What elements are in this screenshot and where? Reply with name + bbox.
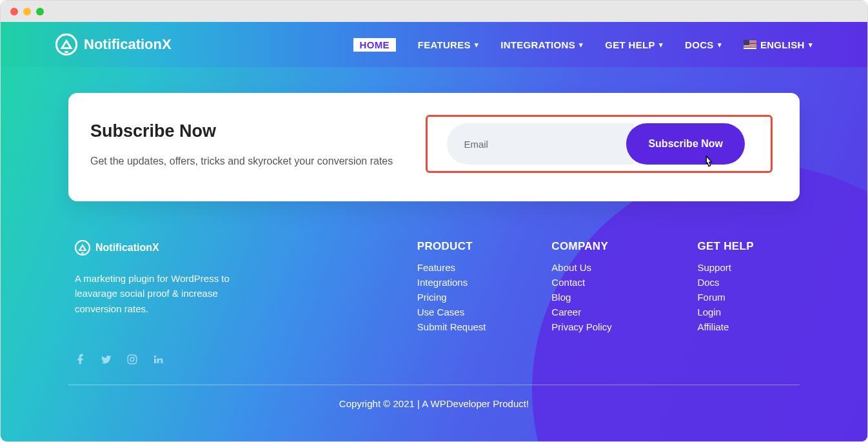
subscribe-button[interactable]: Subscribe Now: [626, 123, 745, 165]
footer: NotificationX A marketing plugin for Wor…: [75, 240, 793, 365]
footer-link[interactable]: Contact: [551, 277, 658, 288]
chevron-down-icon: ▾: [809, 41, 813, 49]
footer-link[interactable]: Privacy Policy: [551, 321, 658, 332]
svg-rect-3: [81, 252, 84, 254]
nav-home[interactable]: HOME: [353, 38, 396, 52]
footer-link[interactable]: Docs: [697, 277, 793, 288]
footer-link[interactable]: Submit Request: [417, 321, 513, 332]
svg-rect-1: [64, 51, 68, 53]
chevron-down-icon: ▾: [718, 41, 722, 49]
nav-integrations[interactable]: INTEGRATIONS ▾: [500, 39, 583, 50]
window-close-icon[interactable]: [10, 8, 18, 15]
subscribe-card: Subscribe Now Get the updates, offers, t…: [68, 93, 800, 201]
svg-point-6: [134, 356, 135, 357]
nav-get-help[interactable]: GET HELP ▾: [605, 39, 663, 50]
footer-link[interactable]: Integrations: [417, 277, 513, 288]
email-input[interactable]: [447, 123, 634, 165]
page-body: Subscribe Now Get the updates, offers, t…: [1, 67, 867, 442]
footer-brand-name: NotificationX: [95, 242, 159, 254]
brand-name: NotificationX: [84, 36, 172, 53]
subscribe-form-highlight: Subscribe Now: [426, 115, 773, 173]
footer-col-help: GET HELP Support Docs Forum Login Affili…: [697, 240, 793, 365]
footer-heading-product: PRODUCT: [417, 240, 513, 253]
subscribe-subtitle: Get the updates, offers, tricks and skyr…: [90, 156, 426, 167]
footer-link[interactable]: Support: [697, 262, 793, 273]
footer-link[interactable]: Use Cases: [417, 306, 513, 317]
brand-logo-icon: [55, 34, 77, 55]
flag-us-icon: [744, 40, 756, 49]
main-nav: HOME FEATURES ▾ INTEGRATIONS ▾ GET HELP …: [353, 38, 813, 52]
social-icons: [75, 354, 255, 365]
svg-point-5: [130, 357, 134, 361]
twitter-icon[interactable]: [101, 354, 112, 365]
footer-heading-company: COMPANY: [551, 240, 658, 253]
facebook-icon[interactable]: [75, 354, 86, 365]
nav-docs[interactable]: DOCS ▾: [685, 39, 722, 50]
brand-logo[interactable]: NotificationX: [55, 34, 172, 55]
footer-divider: [68, 385, 800, 385]
window-minimize-icon[interactable]: [23, 8, 31, 15]
window-titlebar: [1, 1, 867, 22]
header-nav: NotificationX HOME FEATURES ▾ INTEGRATIO…: [1, 22, 867, 67]
footer-brand-desc: A marketing plugin for WordPress to leav…: [75, 271, 255, 316]
footer-col-company: COMPANY About Us Contact Blog Career Pri…: [551, 240, 658, 365]
chevron-down-icon: ▾: [475, 41, 478, 49]
footer-link[interactable]: Career: [551, 306, 658, 317]
footer-link[interactable]: Features: [417, 262, 513, 273]
footer-link[interactable]: Login: [697, 306, 793, 317]
brand-logo-icon: [75, 240, 90, 256]
instagram-icon[interactable]: [126, 354, 138, 365]
footer-heading-help: GET HELP: [697, 240, 793, 253]
chevron-down-icon: ▾: [579, 41, 583, 49]
footer-brand-logo[interactable]: NotificationX: [75, 240, 255, 256]
footer-link[interactable]: Blog: [551, 292, 658, 303]
footer-link[interactable]: Forum: [697, 292, 793, 303]
footer-brand-col: NotificationX A marketing plugin for Wor…: [75, 240, 255, 365]
footer-link[interactable]: Pricing: [417, 292, 513, 303]
linkedin-icon[interactable]: [152, 354, 164, 365]
nav-features[interactable]: FEATURES ▾: [418, 39, 478, 50]
nav-language[interactable]: ENGLISH ▾: [744, 39, 813, 50]
footer-link[interactable]: About Us: [551, 262, 658, 273]
footer-link[interactable]: Affiliate: [697, 321, 793, 332]
footer-col-product: PRODUCT Features Integrations Pricing Us…: [417, 240, 513, 365]
subscribe-title: Subscribe Now: [90, 121, 426, 141]
window-maximize-icon[interactable]: [36, 8, 44, 15]
chevron-down-icon: ▾: [659, 41, 663, 49]
subscribe-form: Subscribe Now: [447, 123, 745, 165]
footer-copyright: Copyright © 2021 | A WPDeveloper Product…: [1, 398, 867, 409]
